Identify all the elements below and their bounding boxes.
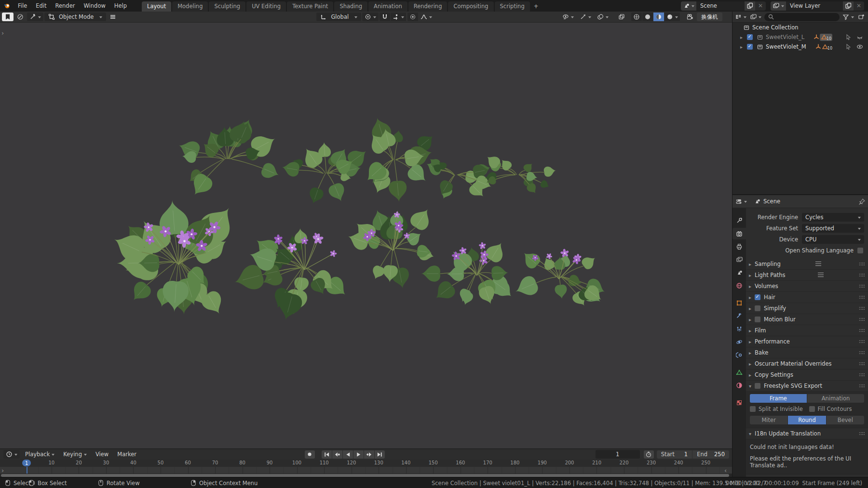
panel-drag-handle-icon[interactable] — [859, 340, 865, 343]
panel-volumes[interactable]: ▸Volumes — [746, 281, 868, 292]
panel-drag-handle-icon[interactable] — [859, 295, 865, 299]
panel-collapsed-arrow-icon[interactable]: ▸ — [749, 273, 755, 278]
new-view-layer-button[interactable] — [843, 1, 854, 11]
properties-tab-view-layer[interactable] — [732, 254, 746, 265]
panel-simplify[interactable]: ▸Simplify — [746, 303, 868, 314]
outliner-display-mode-icon[interactable] — [750, 13, 757, 20]
panel-drag-handle-icon[interactable] — [859, 329, 865, 332]
jump-to-start-button[interactable] — [322, 450, 332, 459]
timeline-collapse-chevron[interactable]: ‹ — [724, 467, 727, 474]
timeline-menu-playback[interactable]: Playback — [21, 451, 59, 458]
new-collection-icon[interactable] — [858, 13, 865, 20]
disclosure-triangle-icon[interactable]: ▸ — [740, 35, 747, 40]
field-select[interactable]: Supported — [802, 224, 864, 233]
outliner-row-sweetviolet_l[interactable]: ▸SweetViolet_L10 — [732, 32, 868, 42]
panel-oscurart-material-overrides[interactable]: ▸Oscurart Material Overrides — [746, 358, 868, 369]
panel-drag-handle-icon[interactable] — [859, 273, 865, 277]
jump-to-end-button[interactable] — [375, 450, 385, 459]
freestyle-join-miter-button[interactable]: Miter — [750, 416, 787, 424]
properties-tab-modifiers[interactable] — [732, 310, 746, 322]
start-frame-field[interactable]: Start1 — [657, 451, 692, 458]
panel-collapsed-arrow-icon[interactable]: ▸ — [749, 262, 755, 267]
properties-tab-particles[interactable] — [732, 323, 746, 335]
workspace-tab-shading[interactable]: Shading — [334, 1, 367, 12]
previous-keyframe-button[interactable] — [332, 450, 342, 459]
properties-tab-physics[interactable] — [732, 336, 746, 348]
panel-collapsed-arrow-icon[interactable]: ▸ — [749, 284, 755, 289]
panel-checkbox[interactable] — [755, 294, 760, 300]
panel-drag-handle-icon[interactable] — [859, 432, 865, 435]
workspace-tab-modeling[interactable]: Modeling — [172, 1, 208, 12]
selectable-icon[interactable] — [845, 43, 852, 50]
panel-checkbox[interactable] — [755, 305, 760, 311]
playhead-line[interactable] — [27, 467, 27, 474]
menu-edit[interactable]: Edit — [31, 2, 51, 9]
selectable-icon[interactable] — [845, 34, 852, 40]
panel-drag-handle-icon[interactable] — [859, 306, 865, 310]
timeline-menu-view[interactable]: View — [91, 451, 113, 458]
current-frame-indicator[interactable]: 1 — [22, 460, 31, 466]
panel-i18n-update-translation[interactable]: ▾I18n Update Translation — [746, 428, 868, 439]
panel-freestyle-svg-export[interactable]: ▾Freestyle SVG Export — [746, 381, 868, 392]
play-reverse-button[interactable] — [343, 450, 353, 459]
freestyle-join-bevel-button[interactable]: Bevel — [827, 416, 864, 424]
osl-checkbox[interactable] — [857, 248, 863, 253]
workspace-tab-animation[interactable]: Animation — [368, 1, 407, 12]
play-button[interactable] — [353, 450, 364, 459]
outliner-row-sweetviolet_m[interactable]: ▸SweetViolet_M10 — [732, 42, 868, 52]
properties-tab-world[interactable] — [732, 280, 746, 291]
panel-collapsed-arrow-icon[interactable]: ▸ — [749, 317, 755, 322]
new-scene-button[interactable] — [745, 1, 755, 11]
workspace-tab-layout[interactable]: Layout — [142, 1, 171, 12]
unlink-scene-button[interactable]: ✕ — [755, 2, 766, 9]
outliner-editor-icon[interactable] — [735, 13, 742, 20]
viewport-menu-button[interactable] — [107, 13, 119, 21]
xray-toggle[interactable] — [616, 13, 627, 21]
properties-tab-render[interactable] — [732, 228, 746, 239]
split-at-invisible-checkbox[interactable] — [750, 406, 756, 412]
field-select[interactable]: CPU — [802, 235, 864, 244]
timeline-menu-keying[interactable]: Keying — [59, 451, 91, 458]
panel-drag-handle-icon[interactable] — [859, 373, 865, 377]
panel-collapsed-arrow-icon[interactable]: ▸ — [749, 306, 755, 311]
end-frame-field[interactable]: End250 — [692, 451, 729, 458]
pin-icon[interactable] — [859, 198, 866, 205]
panel-film[interactable]: ▸Film — [746, 325, 868, 336]
panel-checkbox[interactable] — [755, 317, 760, 322]
freestyle-mode-frame-button[interactable]: Frame — [750, 394, 807, 403]
workspace-tab-sculpting[interactable]: Sculpting — [209, 1, 245, 12]
active-tool-dropdown[interactable] — [27, 13, 43, 21]
filter-funnel-icon[interactable] — [842, 13, 849, 20]
timeline-menu-marker[interactable]: Marker — [113, 451, 141, 458]
panel-collapsed-arrow-icon[interactable]: ▸ — [749, 339, 755, 344]
field-select[interactable]: Cycles — [802, 213, 864, 222]
timeline-editor-dropdown[interactable] — [3, 450, 20, 459]
panel-drag-handle-icon[interactable] — [859, 362, 865, 366]
panel-drag-handle-icon[interactable] — [859, 351, 865, 355]
freestyle-mode-animation-button[interactable]: Animation — [807, 394, 864, 403]
properties-tab-tool[interactable] — [732, 215, 746, 226]
remove-view-layer-button[interactable]: ✕ — [854, 2, 864, 9]
add-workspace-button[interactable]: + — [531, 1, 542, 12]
properties-tab-texture[interactable] — [732, 397, 746, 409]
properties-tab-scene[interactable] — [732, 267, 746, 278]
view-layer-name[interactable]: View Layer — [786, 1, 843, 11]
gizmos-dropdown[interactable] — [577, 13, 594, 21]
panel-motion-blur[interactable]: ▸Motion Blur — [746, 314, 868, 325]
shading-solid-button[interactable] — [642, 13, 653, 21]
panel-collapsed-arrow-icon[interactable]: ▸ — [749, 328, 755, 333]
panel-expanded-arrow-icon[interactable]: ▾ — [749, 431, 755, 436]
falloff-dropdown[interactable] — [419, 13, 434, 21]
panel-bake[interactable]: ▸Bake — [746, 347, 868, 358]
collection-checkbox[interactable] — [747, 34, 753, 40]
properties-tab-object[interactable] — [732, 297, 746, 309]
pivot-dropdown[interactable] — [362, 13, 379, 21]
eye-closed-icon[interactable] — [856, 34, 863, 40]
overlays-dropdown[interactable] — [595, 13, 611, 21]
panel-performance[interactable]: ▸Performance — [746, 336, 868, 347]
panel-checkbox[interactable] — [755, 383, 760, 389]
panel-expanded-arrow-icon[interactable]: ▾ — [749, 383, 755, 389]
freestyle-join-round-button[interactable]: Round — [788, 416, 826, 424]
view-layer-selector[interactable]: View Layer ✕ — [771, 1, 864, 11]
menu-help[interactable]: Help — [110, 2, 131, 9]
